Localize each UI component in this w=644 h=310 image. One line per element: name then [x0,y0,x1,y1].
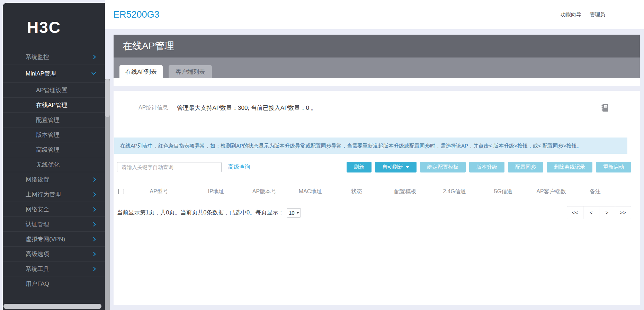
sidebar-item-advanced-management[interactable]: 高级管理 [3,142,105,157]
page-title-banner: 在线AP管理 [114,35,640,57]
tab-panel-top [114,78,640,86]
content-card: AP统计信息 管理最大支持AP数量：300; 当前已接入AP数量：0 。 在线A… [114,91,640,305]
column-header-config-template: 配置模板 [380,188,430,195]
tab-client-list[interactable]: 客户端列表 [169,65,212,78]
sidebar-item-label: 版本管理 [36,131,60,139]
sidebar-item-label: 系统工具 [26,265,49,273]
column-header-2-4g-channel: 2.4G信道 [430,188,478,195]
divider [136,121,638,121]
sidebar-menu: 系统监控 MiniAP管理 AP管理设置 在线AP管理 配置管理 版本管理 高级… [3,50,105,291]
prev-page-button[interactable]: < [583,206,599,219]
sidebar-item-label: 用户FAQ [26,280,49,288]
sidebar-item-network-settings[interactable]: 网络设置 [3,172,105,187]
pagination-summary: 当前显示第1页，共0页。当前页共0条数据，已选中0。每页显示： [117,209,284,216]
page-size-select[interactable]: 10 [287,208,301,218]
config-sync-button[interactable]: 配置同步 [508,162,543,172]
sidebar-item-label: 无线优化 [36,161,60,169]
button-label: 配置同步 [515,164,536,170]
next-page-button[interactable]: > [599,206,615,219]
refresh-button[interactable]: 刷新 [347,162,372,172]
column-header-mac-address: MAC地址 [288,188,333,195]
chevron-right-icon [91,222,96,227]
button-label: 删除离线记录 [554,164,585,170]
select-all-checkbox[interactable] [118,189,124,194]
advanced-search-link[interactable]: 高级查询 [228,163,250,171]
vertical-scrollbar-thumb[interactable] [105,79,110,117]
column-header-5g-channel: 5G信道 [478,188,528,195]
sidebar-item-authentication[interactable]: 认证管理 [3,217,105,232]
divider [117,199,638,199]
sidebar: H3C 系统监控 MiniAP管理 AP管理设置 在线AP管理 配置管理 版本管… [3,3,105,310]
vertical-scrollbar-track[interactable] [105,79,110,310]
sidebar-item-label: 上网行为管理 [26,191,61,198]
sidebar-item-user-faq[interactable]: 用户FAQ [3,276,105,291]
sidebar-item-label: 网络设置 [26,176,49,184]
tab-bar: 在线AP列表 客户端列表 [114,57,640,78]
version-upgrade-button[interactable]: 版本升级 [469,162,504,172]
sidebar-item-miniap-management[interactable]: MiniAP管理 [3,64,105,83]
column-header-ap-clients: AP客户端数 [528,188,574,195]
chevron-right-icon [91,237,96,241]
pagination-nav: << < > >> [567,206,631,219]
ap-statistics-label: AP统计信息 [138,104,168,112]
sidebar-item-internet-behavior[interactable]: 上网行为管理 [3,187,105,202]
ap-statistics-row: AP统计信息 管理最大支持AP数量：300; 当前已接入AP数量：0 。 [114,91,640,113]
device-model: ER5200G3 [113,9,160,20]
notebook-icon[interactable] [600,103,609,113]
ap-statistics-text: 管理最大支持AP数量：300; 当前已接入AP数量：0 。 [177,104,316,112]
sidebar-item-label: MiniAP管理 [26,70,56,78]
sidebar-item-label: 系统监控 [26,53,49,61]
page-size-value: 10 [289,210,295,216]
chevron-right-icon [91,55,96,59]
chevron-down-icon [91,70,96,75]
sidebar-item-label: 虚拟专网(VPN) [26,235,65,243]
delete-offline-records-button[interactable]: 删除离线记录 [547,162,592,172]
sidebar-item-label: 高级选项 [26,250,49,258]
sidebar-item-config-management[interactable]: 配置管理 [3,113,105,127]
column-header-ap-version: AP版本号 [241,188,288,195]
wizard-link[interactable]: 功能向导 [561,11,581,18]
column-header-ap-model: AP型号 [127,188,191,195]
last-page-button[interactable]: >> [615,206,631,219]
sidebar-item-network-security[interactable]: 网络安全 [3,202,105,217]
chevron-right-icon [91,192,96,197]
h3c-logo: H3C [27,18,105,37]
page-title: 在线AP管理 [123,39,174,53]
bind-config-template-button[interactable]: 绑定配置模板 [420,162,466,172]
sidebar-item-label: 网络安全 [26,205,49,213]
dropdown-caret-icon [406,166,409,168]
chevron-right-icon [91,252,96,256]
sidebar-item-ap-management-settings[interactable]: AP管理设置 [3,83,105,98]
sidebar-item-wireless-optimization[interactable]: 无线优化 [3,157,105,172]
tab-online-ap-list[interactable]: 在线AP列表 [119,65,163,78]
button-label: 绑定配置模板 [427,164,458,170]
main-content: 在线AP管理 在线AP列表 客户端列表 AP统计信息 管理最大支持AP数量：30… [114,35,640,305]
top-header: ER5200G3 功能向导 管理员 [105,0,644,29]
sidebar-item-advanced-options[interactable]: 高级选项 [3,247,105,262]
sidebar-item-label: AP管理设置 [36,86,68,94]
sidebar-item-system-monitor[interactable]: 系统监控 [3,50,105,64]
search-input[interactable] [117,162,222,172]
auto-refresh-button[interactable]: 自动刷新 [375,162,417,172]
table-header-row: AP型号 IP地址 AP版本号 MAC地址 状态 配置模板 2.4G信道 5G信… [118,186,640,197]
sidebar-item-label: 在线AP管理 [36,101,68,109]
restart-button[interactable]: 重新启动 [596,162,631,172]
horizontal-scrollbar-thumb[interactable] [3,304,101,309]
controls-row: 高级查询 刷新 自动刷新 绑定配置模板 版本升级 配置同步 [117,162,631,172]
sidebar-item-label: 配置管理 [36,116,60,124]
chevron-right-icon [91,177,96,182]
sidebar-item-version-management[interactable]: 版本管理 [3,127,105,142]
column-header-remarks: 备注 [574,188,616,195]
sidebar-item-vpn[interactable]: 虚拟专网(VPN) [3,232,105,247]
admin-link[interactable]: 管理员 [590,11,605,18]
button-label: 版本升级 [476,164,497,170]
column-header-status: 状态 [333,188,380,195]
notice-box: 在线AP列表中，红色条目指表项异常，如：检测到AP的状态显示为版本升级异常或配置… [114,138,627,154]
button-label: 重新启动 [603,164,624,170]
sidebar-item-online-ap-management[interactable]: 在线AP管理 [3,98,105,113]
sidebar-item-label: 高级管理 [36,146,60,154]
first-page-button[interactable]: << [567,206,583,219]
sidebar-item-system-tools[interactable]: 系统工具 [3,262,105,276]
column-header-ip-address: IP地址 [191,188,241,195]
pagination-row: 当前显示第1页，共0页。当前页共0条数据，已选中0。每页显示： 10 << < … [117,206,631,219]
